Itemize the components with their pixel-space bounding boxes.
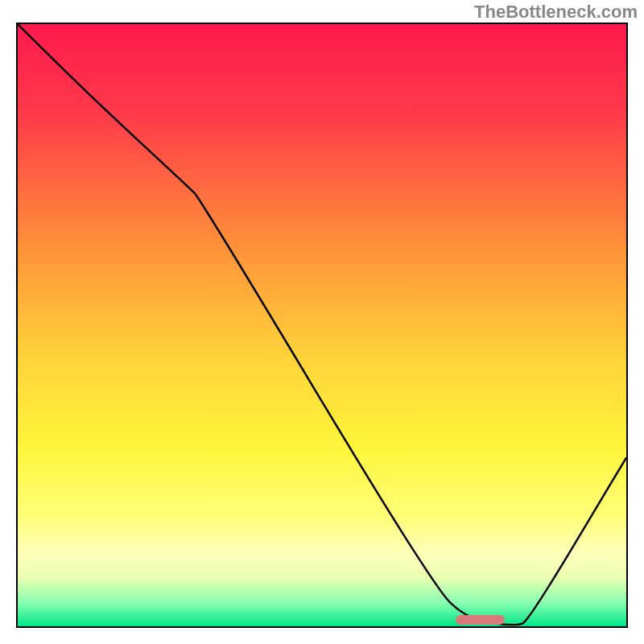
watermark-text: TheBottleneck.com	[474, 2, 638, 23]
chart-plot-area	[16, 23, 628, 628]
optimal-range-marker	[456, 615, 504, 625]
chart-container: TheBottleneck.com	[0, 0, 644, 644]
bottleneck-curve	[18, 24, 626, 626]
